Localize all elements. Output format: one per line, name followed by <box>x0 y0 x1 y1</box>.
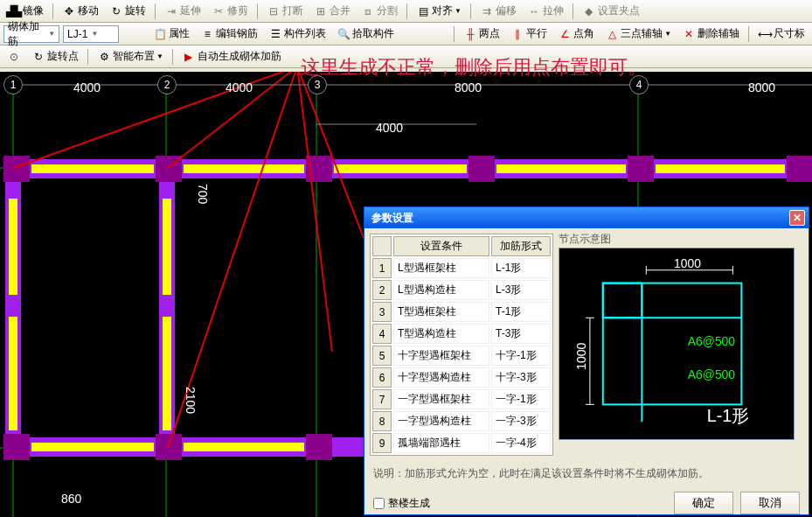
split-button[interactable]: ⧈分割 <box>357 2 401 20</box>
table-row[interactable]: 9 孤墙端部遇柱 一字-4形 <box>372 433 551 453</box>
svg-line-30 <box>14 72 297 168</box>
close-icon: ✕ <box>793 212 802 224</box>
table-row[interactable]: 2 L型遇构造柱 L-3形 <box>372 280 551 300</box>
pick-component-button[interactable]: 🔍拾取构件 <box>333 24 398 43</box>
cell-condition[interactable]: 一字型遇框架柱 <box>393 389 489 409</box>
grip-icon: ◆ <box>582 4 596 18</box>
mirror-icon: ▟▙ <box>7 4 21 18</box>
cell-condition[interactable]: L型遇构造柱 <box>393 280 489 300</box>
auto-generate-button[interactable]: ▶自动生成砌体加筋 <box>178 47 285 66</box>
smart-place-button[interactable]: ⚙智能布置▼ <box>94 47 167 66</box>
node-preview: 1000 1000 A6@500 A6@500 L-1形 <box>559 248 795 440</box>
cell-form[interactable]: 一字-4形 <box>491 433 551 453</box>
threepoint-icon: △ <box>605 27 619 41</box>
origin-button[interactable]: ⊙ <box>3 48 24 66</box>
svg-rect-25 <box>184 443 304 451</box>
svg-line-34 <box>297 72 367 247</box>
wholefloor-checkbox[interactable]: 整楼生成 <box>373 496 430 511</box>
component-type-dropdown[interactable]: 砌体加筋▼ <box>3 25 59 43</box>
mirror-button[interactable]: ▟▙镜像 <box>3 2 47 20</box>
stretch-button[interactable]: ↔拉伸 <box>524 2 567 20</box>
extend-icon: ⇥ <box>164 4 178 18</box>
toolbar-edit: ▟▙镜像 ✥移动 ↻旋转 ⇥延伸 ✂修剪 ⊟打断 ⊞合并 ⧈分割 ▤对齐▼ ⇉偏… <box>0 0 812 23</box>
dimension-button[interactable]: ⟷尺寸标 <box>754 24 809 43</box>
col-condition[interactable]: 设置条件 <box>393 236 489 256</box>
cell-condition[interactable]: 十字型遇框架柱 <box>393 346 489 366</box>
delete-aux-button[interactable]: ✕删除辅轴 <box>678 24 743 43</box>
cell-form[interactable]: T-1形 <box>491 302 551 322</box>
table-row[interactable]: 1 L型遇框架柱 L-1形 <box>372 258 551 278</box>
svg-rect-7 <box>5 437 372 457</box>
cell-condition[interactable]: 一字型遇构造柱 <box>393 411 489 431</box>
table-row[interactable]: 7 一字型遇框架柱 一字-1形 <box>372 389 551 409</box>
close-button[interactable]: ✕ <box>789 210 805 226</box>
cancel-button[interactable]: 取消 <box>740 492 800 514</box>
edit-rebar-button[interactable]: ≡编辑钢筋 <box>197 24 261 43</box>
trim-button[interactable]: ✂修剪 <box>208 2 252 20</box>
table-row[interactable]: 6 十字型遇构造柱 十字-3形 <box>372 367 551 388</box>
offset-icon: ⇉ <box>480 4 494 18</box>
chevron-down-icon: ▼ <box>91 30 98 38</box>
svg-rect-28 <box>163 199 171 295</box>
rotate-button[interactable]: ↻旋转 <box>106 2 149 20</box>
properties-button[interactable]: 📋属性 <box>149 24 193 43</box>
parallel-button[interactable]: ∥平行 <box>507 24 551 43</box>
setclip-button[interactable]: ◆设置夹点 <box>579 2 643 20</box>
move-button[interactable]: ✥移动 <box>59 2 102 20</box>
condition-table[interactable]: 设置条件 加筋形式 1 L型遇框架柱 L-1形2 L型遇构造柱 L-3形3 T型… <box>370 234 553 456</box>
corner-button[interactable]: ∠点角 <box>554 24 598 43</box>
break-button[interactable]: ⊟打断 <box>263 2 307 20</box>
col-form[interactable]: 加筋形式 <box>491 236 551 256</box>
twopoint-button[interactable]: ╫两点 <box>460 24 503 43</box>
dim-4000c: 4000 <box>376 121 403 135</box>
wholefloor-input[interactable] <box>373 498 385 509</box>
threepoint-button[interactable]: △三点辅轴▼ <box>601 24 675 43</box>
row-index: 7 <box>372 389 392 409</box>
cell-form[interactable]: 十字-1形 <box>491 346 551 366</box>
cell-condition[interactable]: L型遇框架柱 <box>393 258 489 278</box>
origin-icon: ⊙ <box>7 50 21 64</box>
break-icon: ⊟ <box>267 4 281 18</box>
cell-condition[interactable]: 十字型遇构造柱 <box>393 367 489 388</box>
merge-icon: ⊞ <box>314 4 328 18</box>
component-name-dropdown[interactable]: LJ-1▼ <box>63 25 119 43</box>
offset-button[interactable]: ⇉偏移 <box>476 2 520 20</box>
cell-form[interactable]: T-3形 <box>491 324 551 344</box>
svg-rect-20 <box>184 164 304 173</box>
rotate-point-button[interactable]: ↻旋转点 <box>28 47 82 66</box>
dim-700: 700 <box>196 184 210 204</box>
parallel-icon: ∥ <box>510 27 524 41</box>
rotate-icon: ↻ <box>109 4 123 18</box>
auto-icon: ▶ <box>182 50 196 64</box>
corner-icon: ∠ <box>558 27 572 41</box>
cell-condition[interactable]: 孤墙端部遇柱 <box>393 433 489 453</box>
table-row[interactable]: 8 一字型遇构造柱 一字-3形 <box>372 411 551 431</box>
svg-rect-19 <box>31 164 154 173</box>
svg-rect-12 <box>306 156 332 182</box>
svg-rect-18 <box>306 434 332 460</box>
cell-condition[interactable]: T型遇框架柱 <box>393 302 489 322</box>
table-row[interactable]: 4 T型遇构造柱 T-3形 <box>372 324 551 344</box>
dim-4000a: 4000 <box>73 80 101 94</box>
dim-2100: 2100 <box>184 387 198 414</box>
cell-form[interactable]: L-1形 <box>491 258 551 278</box>
svg-rect-27 <box>9 317 17 430</box>
cell-form[interactable]: 一字-1形 <box>491 389 551 409</box>
align-button[interactable]: ▤对齐▼ <box>413 2 465 20</box>
row-index: 6 <box>372 367 392 388</box>
component-list-button[interactable]: ☰构件列表 <box>265 24 330 43</box>
dialog-titlebar[interactable]: 参数设置 ✕ <box>364 207 809 228</box>
extend-button[interactable]: ⇥延伸 <box>161 2 205 20</box>
cell-form[interactable]: 一字-3形 <box>491 411 551 431</box>
table-row[interactable]: 5 十字型遇框架柱 十字-1形 <box>372 346 551 366</box>
cell-form[interactable]: L-3形 <box>491 280 551 300</box>
dim-8000a: 8000 <box>455 80 482 94</box>
preview-label: 节点示意图 <box>559 232 611 247</box>
table-row[interactable]: 3 T型遇框架柱 T-1形 <box>372 302 551 322</box>
svg-rect-40 <box>603 283 642 318</box>
merge-button[interactable]: ⊞合并 <box>310 2 354 20</box>
cell-condition[interactable]: T型遇构造柱 <box>393 324 489 344</box>
ok-button[interactable]: 确定 <box>674 492 733 514</box>
cell-form[interactable]: 十字-3形 <box>491 367 551 388</box>
trim-icon: ✂ <box>212 4 226 18</box>
